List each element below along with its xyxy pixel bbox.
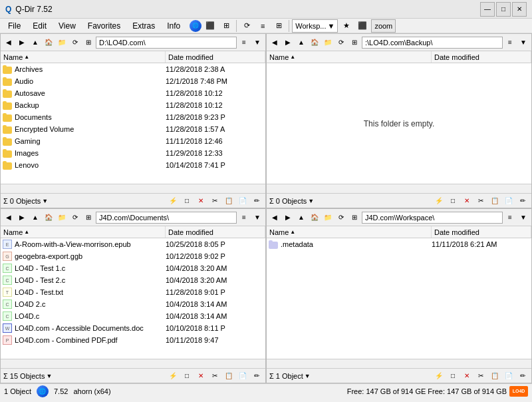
file-row[interactable]: Encrypted Volume 11/28/2018 1:57 A — [1, 123, 265, 135]
menu-favorites[interactable]: Favorites — [82, 20, 126, 32]
dropdown-icon-tr[interactable]: ▼ — [308, 198, 314, 204]
main-tb-btn1[interactable]: ⬛ — [203, 19, 217, 33]
status-btn-bl7[interactable]: ✏ — [251, 370, 263, 382]
up-btn-br[interactable]: ▲ — [295, 212, 307, 224]
home-btn-tl[interactable]: 🏠 — [43, 37, 55, 49]
status-btn-tl4[interactable]: ✂ — [209, 195, 221, 207]
col-header-name-tl[interactable]: Name ▲ — [1, 51, 166, 63]
status-btn-tl7[interactable]: ✏ — [251, 195, 263, 207]
main-tb-btn7[interactable]: ⬛ — [355, 19, 370, 33]
status-btn-br5[interactable]: 📋 — [489, 370, 501, 382]
main-tb-btn4[interactable]: ≡ — [255, 19, 270, 33]
refresh-btn-bl[interactable]: ⟳ — [69, 212, 81, 224]
status-btn-tl1[interactable]: ⚡ — [167, 195, 179, 207]
col-header-date-br[interactable]: Date modified — [432, 226, 531, 238]
main-tb-btn2[interactable]: ⊞ — [219, 19, 233, 33]
file-row[interactable]: Audio 12/1/2018 7:48 PM — [1, 75, 265, 87]
col-header-name-bl[interactable]: Name ▲ — [1, 226, 166, 238]
file-row[interactable]: Images 11/29/2018 12:33 — [1, 147, 265, 159]
path-tr[interactable]: :\LO4D.com\Backup\ — [362, 37, 503, 49]
workspace-selector[interactable]: Worksp... ▼ — [292, 19, 338, 33]
main-tb-btn6[interactable]: ★ — [339, 19, 354, 33]
status-btn-bl4[interactable]: ✂ — [209, 370, 221, 382]
status-btn-tl2[interactable]: □ — [181, 195, 193, 207]
col-header-date-bl[interactable]: Date modified — [166, 226, 265, 238]
status-btn-tr6[interactable]: 📄 — [503, 195, 515, 207]
menu-view[interactable]: View — [53, 20, 81, 32]
status-btn-br6[interactable]: 📄 — [503, 370, 515, 382]
home-btn-bl[interactable]: 🏠 — [43, 212, 55, 224]
file-row[interactable]: E A-Room-with-a-View-morrison.epub 10/25… — [1, 238, 265, 250]
status-btn-tl3[interactable]: ✕ — [195, 195, 207, 207]
col-header-date-tr[interactable]: Date modified — [432, 51, 531, 63]
up-btn-bl[interactable]: ▲ — [29, 212, 41, 224]
file-row[interactable]: C LO4D - Test 2.c 10/4/2018 3:20 AM — [1, 274, 265, 286]
main-tb-btn3[interactable]: ⟳ — [239, 19, 254, 33]
scrollbar-x-tl[interactable] — [1, 184, 265, 193]
file-row[interactable]: C LO4D.c 10/4/2018 3:14 AM — [1, 310, 265, 322]
forward-btn-tl[interactable]: ▶ — [16, 37, 28, 49]
home-btn-tr[interactable]: 🏠 — [309, 37, 321, 49]
file-row[interactable]: P LO4D.com - Combined PDF.pdf 10/11/2018… — [1, 334, 265, 346]
path-bl[interactable]: J4D.com\Documents\ — [96, 212, 237, 224]
view-btn-br[interactable]: ⊞ — [348, 212, 360, 224]
status-btn-bl5[interactable]: 📋 — [223, 370, 235, 382]
status-btn-br4[interactable]: ✂ — [475, 370, 487, 382]
file-row[interactable]: Lenovo 10/14/2018 7:41 P — [1, 159, 265, 171]
col-header-name-br[interactable]: Name ▲ — [267, 226, 432, 238]
status-btn-br2[interactable]: □ — [447, 370, 459, 382]
col-header-date-tl[interactable]: Date modified — [166, 51, 265, 63]
file-row[interactable]: C LO4D - Test 1.c 10/4/2018 3:20 AM — [1, 262, 265, 274]
scrollbar-x-tr[interactable] — [267, 184, 531, 193]
status-btn-bl1[interactable]: ⚡ — [167, 370, 179, 382]
scrollbar-x-br[interactable] — [267, 359, 531, 368]
file-row[interactable]: C LO4D 2.c 10/4/2018 3:14 AM — [1, 298, 265, 310]
file-row[interactable]: W LO4D.com - Accessible Documents.doc 10… — [1, 322, 265, 334]
menu-edit[interactable]: Edit — [27, 20, 52, 32]
path-br[interactable]: J4D.com\Workspace\ — [362, 212, 503, 224]
forward-btn-br[interactable]: ▶ — [282, 212, 294, 224]
status-btn-tl5[interactable]: 📋 — [223, 195, 235, 207]
status-btn-br7[interactable]: ✏ — [517, 370, 529, 382]
forward-btn-tr[interactable]: ▶ — [282, 37, 294, 49]
path-tl[interactable]: D:\LO4D.com\ — [96, 37, 237, 49]
status-btn-tr3[interactable]: ✕ — [461, 195, 473, 207]
file-row[interactable]: Autosave 11/28/2018 10:12 — [1, 87, 265, 99]
file-list-br[interactable]: .metadata 11/11/2018 6:21 AM — [267, 238, 531, 359]
refresh-btn-tr[interactable]: ⟳ — [335, 37, 347, 49]
close-button[interactable]: ✕ — [512, 2, 527, 17]
up-btn-tr[interactable]: ▲ — [295, 37, 307, 49]
up-btn-tl[interactable]: ▲ — [29, 37, 41, 49]
file-row[interactable]: Backup 11/28/2018 10:12 — [1, 99, 265, 111]
file-row[interactable]: T LO4D - Test.txt 11/28/2018 9:01 P — [1, 286, 265, 298]
menu-info[interactable]: Info — [162, 20, 186, 32]
view-extra-br[interactable]: ▼ — [517, 212, 529, 224]
view-mode-tr[interactable]: ≡ — [504, 37, 516, 49]
menu-extras[interactable]: Extras — [127, 20, 160, 32]
view-mode-bl[interactable]: ≡ — [238, 212, 250, 224]
file-list-bl[interactable]: E A-Room-with-a-View-morrison.epub 10/25… — [1, 238, 265, 359]
file-row[interactable]: Archives 11/28/2018 2:38 A — [1, 63, 265, 75]
file-list-tl[interactable]: Archives 11/28/2018 2:38 A Audio 12/1/20… — [1, 63, 265, 184]
back-btn-br[interactable]: ◀ — [269, 212, 281, 224]
status-btn-tr2[interactable]: □ — [447, 195, 459, 207]
status-btn-bl3[interactable]: ✕ — [195, 370, 207, 382]
view-extra-tr[interactable]: ▼ — [517, 37, 529, 49]
back-btn-tl[interactable]: ◀ — [3, 37, 15, 49]
view-mode-tl[interactable]: ≡ — [238, 37, 250, 49]
view-mode-br[interactable]: ≡ — [504, 212, 516, 224]
view-btn-tr[interactable]: ⊞ — [348, 37, 360, 49]
view-btn-bl[interactable]: ⊞ — [82, 212, 94, 224]
minimize-button[interactable]: — — [480, 2, 495, 17]
dropdown-icon-br[interactable]: ▼ — [305, 373, 311, 379]
back-btn-tr[interactable]: ◀ — [269, 37, 281, 49]
status-btn-bl2[interactable]: □ — [181, 370, 193, 382]
file-row[interactable]: Documents 11/28/2018 9:23 P — [1, 111, 265, 123]
view-extra-tl[interactable]: ▼ — [251, 37, 263, 49]
file-row[interactable]: .metadata 11/11/2018 6:21 AM — [267, 238, 531, 250]
status-btn-tl6[interactable]: 📄 — [237, 195, 249, 207]
refresh-btn-br[interactable]: ⟳ — [335, 212, 347, 224]
back-btn-bl[interactable]: ◀ — [3, 212, 15, 224]
col-header-name-tr[interactable]: Name ▲ — [267, 51, 432, 63]
scrollbar-x-bl[interactable] — [1, 359, 265, 368]
